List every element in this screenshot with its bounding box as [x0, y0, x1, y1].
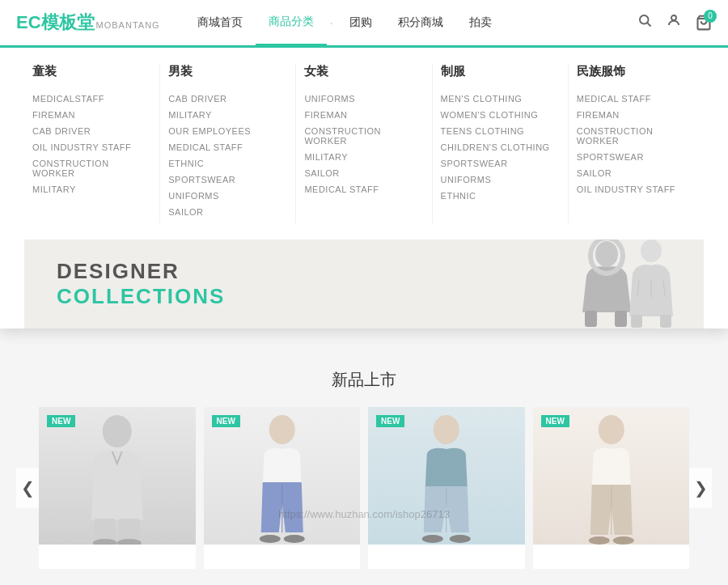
col-item[interactable]: CHILDREN'S CLOTHING	[441, 142, 560, 152]
nav-points-mall[interactable]: 积分商城	[385, 0, 456, 45]
product-card-3[interactable]: NEW	[368, 407, 525, 569]
col-item[interactable]: FIREMAN	[32, 110, 151, 120]
svg-line-1	[647, 23, 650, 26]
banner-text-block: DESIGNER COLLECTIONS	[57, 259, 225, 309]
col-item[interactable]: FIREMAN	[304, 110, 423, 120]
product-figure-1	[39, 407, 196, 545]
new-badge-3: NEW	[376, 415, 404, 427]
banner-illustration	[542, 240, 704, 329]
col-item[interactable]: ETHNIC	[168, 159, 287, 168]
col-title-zhifu: 制服	[441, 64, 560, 83]
svg-point-23	[434, 415, 459, 444]
col-item[interactable]: WOMEN'S CLOTHING	[441, 110, 560, 120]
product-image-3	[368, 407, 525, 545]
prev-arrow[interactable]: ❮	[16, 468, 39, 508]
products-wrapper: ❮ NEW	[16, 407, 712, 569]
product-card-2[interactable]: NEW	[204, 407, 361, 569]
main-content: 新品上市 ❮ NEW	[0, 345, 728, 585]
col-item[interactable]: OUR EMPLOYEES	[168, 126, 287, 136]
svg-point-2	[671, 15, 676, 20]
col-title-nvzhuang: 女装	[304, 64, 423, 83]
cart-wrapper[interactable]: 0	[696, 15, 712, 31]
nav-categories[interactable]: 商品分类	[256, 0, 327, 45]
col-item[interactable]: CONSTRUCTION WORKER	[32, 159, 151, 178]
product-figure-4	[533, 407, 690, 545]
main-nav: 商城首页 商品分类 · 团购 积分商城 拍卖	[184, 0, 637, 45]
svg-rect-6	[615, 311, 627, 327]
new-arrivals-title: 新品上市	[16, 369, 712, 391]
col-item[interactable]: MEDICALSTAFF	[32, 94, 151, 104]
banner-figures	[542, 240, 704, 329]
col-item[interactable]: SAILOR	[168, 207, 287, 217]
nav-home[interactable]: 商城首页	[184, 0, 256, 45]
svg-point-14	[103, 415, 132, 447]
svg-rect-10	[660, 315, 671, 328]
logo[interactable]: EC模板堂 MOBANTANG	[16, 11, 160, 35]
nav-dot: ·	[327, 0, 336, 45]
col-item[interactable]: FIREMAN	[577, 110, 696, 120]
svg-rect-9	[631, 315, 642, 328]
col-item[interactable]: MILITARY	[168, 110, 287, 120]
user-icon[interactable]	[667, 13, 681, 32]
col-item[interactable]: UNIFORMS	[304, 94, 423, 104]
products-grid: NEW	[39, 407, 689, 569]
search-icon[interactable]	[637, 13, 652, 32]
svg-point-30	[612, 536, 633, 545]
product-card-1[interactable]: NEW	[39, 407, 196, 569]
designer-banner: DESIGNER COLLECTIONS	[24, 240, 704, 329]
col-item[interactable]: MEDICAL STAFF	[168, 142, 287, 152]
dropdown-col-tongzhuang: 童装 MEDICALSTAFF FIREMAN CAB DRIVER OIL I…	[24, 64, 160, 223]
col-item[interactable]: CONSTRUCTION WORKER	[577, 126, 696, 146]
logo-ec-text: EC模板堂	[16, 11, 95, 35]
dropdown-col-zhifu: 制服 MEN'S CLOTHING WOMEN'S CLOTHING TEENS…	[433, 64, 569, 223]
header-icons: 0	[637, 13, 712, 32]
header: EC模板堂 MOBANTANG 商城首页 商品分类 · 团购 积分商城 拍卖 0	[0, 0, 728, 45]
dropdown-col-minzu: 民族服饰 MEDICAL STAFF FIREMAN CONSTRUCTION …	[569, 64, 704, 223]
product-image-4	[533, 407, 690, 545]
col-title-tongzhuang: 童装	[32, 64, 151, 83]
col-item[interactable]: MILITARY	[32, 184, 151, 194]
banner-designer-label: DESIGNER	[57, 259, 225, 284]
col-item[interactable]: CAB DRIVER	[168, 94, 287, 104]
col-item[interactable]: CONSTRUCTION WORKER	[304, 126, 423, 146]
nav-group-buy[interactable]: 团购	[336, 0, 385, 45]
product-figure-3	[368, 407, 525, 545]
col-title-nanzhuang: 男装	[168, 64, 287, 83]
svg-point-4	[595, 241, 618, 267]
col-item[interactable]: MEDICAL STAFF	[577, 94, 696, 104]
svg-point-22	[283, 535, 304, 543]
dropdown-col-nanzhuang: 男装 CAB DRIVER MILITARY OUR EMPLOYEES MED…	[160, 64, 296, 223]
col-item[interactable]: SAILOR	[577, 168, 696, 178]
svg-point-27	[598, 415, 624, 444]
next-arrow[interactable]: ❯	[689, 468, 712, 508]
col-item[interactable]: SPORTSWEAR	[168, 175, 287, 184]
svg-point-29	[588, 536, 609, 545]
col-item[interactable]: UNIFORMS	[168, 191, 287, 201]
svg-point-0	[640, 15, 649, 24]
col-item[interactable]: MEN'S CLOTHING	[441, 94, 560, 104]
col-item[interactable]: MEDICAL STAFF	[304, 184, 423, 194]
product-card-4[interactable]: NEW	[533, 407, 690, 569]
dropdown-menu: 童装 MEDICALSTAFF FIREMAN CAB DRIVER OIL I…	[0, 45, 728, 329]
logo-sub-text: MOBANTANG	[96, 20, 160, 30]
col-item[interactable]: SPORTSWEAR	[577, 152, 696, 162]
dropdown-columns: 童装 MEDICALSTAFF FIREMAN CAB DRIVER OIL I…	[0, 48, 728, 223]
banner-collections-label: COLLECTIONS	[57, 284, 225, 309]
col-item[interactable]: SPORTSWEAR	[441, 159, 560, 168]
nav-auction[interactable]: 拍卖	[456, 0, 505, 45]
col-item[interactable]: ETHNIC	[441, 191, 560, 201]
dropdown-col-nvzhuang: 女装 UNIFORMS FIREMAN CONSTRUCTION WORKER …	[296, 64, 432, 223]
svg-rect-5	[585, 311, 597, 327]
col-item[interactable]: SAILOR	[304, 168, 423, 178]
col-item[interactable]: OIL INDUSTRY STAFF	[577, 184, 696, 194]
col-item[interactable]: CAB DRIVER	[32, 126, 151, 136]
col-item[interactable]: MILITARY	[304, 152, 423, 162]
new-badge-4: NEW	[541, 415, 569, 427]
col-item[interactable]: UNIFORMS	[441, 175, 560, 184]
new-badge-1: NEW	[47, 415, 75, 427]
col-item[interactable]: TEENS CLOTHING	[441, 126, 560, 136]
col-item[interactable]: OIL INDUSTRY STAFF	[32, 142, 151, 152]
svg-point-26	[450, 535, 471, 543]
product-image-2	[204, 407, 361, 545]
col-title-minzu: 民族服饰	[577, 64, 696, 83]
